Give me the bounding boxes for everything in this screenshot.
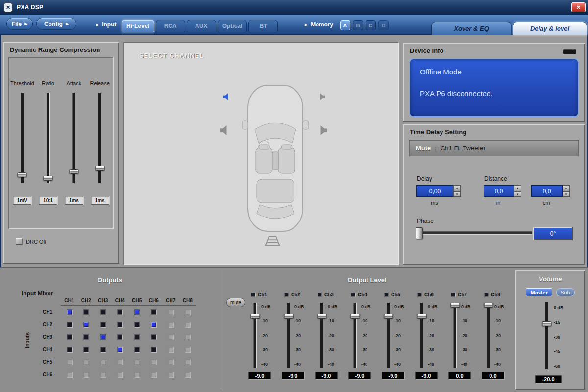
- volume-sub-button[interactable]: Sub: [556, 288, 575, 296]
- tab-delay-level[interactable]: Delay & level: [513, 22, 587, 35]
- mixer-checkbox-off[interactable]: [134, 322, 140, 327]
- status-line-2: PXA P6 disconnected.: [420, 89, 568, 98]
- channel-mute-checkbox[interactable]: [417, 293, 422, 297]
- mixer-checkbox-off[interactable]: [67, 334, 72, 340]
- mixer-checkbox-off[interactable]: [151, 347, 156, 352]
- channel-slider-thumb[interactable]: [417, 314, 426, 318]
- tab-xover-eq[interactable]: Xover & EQ: [431, 22, 512, 35]
- channel-mute-checkbox[interactable]: [284, 293, 289, 297]
- channel-mute-checkbox[interactable]: [384, 293, 389, 297]
- distance-cm-unit-label: cm: [531, 200, 562, 206]
- mixer-checkbox-off[interactable]: [134, 347, 140, 352]
- drc-slider-thumb[interactable]: [18, 172, 27, 177]
- mute-button[interactable]: mute: [226, 298, 245, 307]
- close-button[interactable]: ✕: [571, 2, 586, 12]
- channel-slider-thumb[interactable]: [317, 314, 326, 318]
- mixer-cell: [128, 306, 146, 318]
- mixer-checkbox-off[interactable]: [151, 309, 156, 315]
- speaker-front-right-mid-icon[interactable]: [319, 125, 327, 137]
- mixer-checkbox-on[interactable]: [151, 322, 156, 327]
- mixer-checkbox-off[interactable]: [83, 334, 89, 340]
- volume-slider-thumb[interactable]: [542, 321, 551, 326]
- mixer-checkbox-on[interactable]: [117, 347, 122, 352]
- drc-slider-track[interactable]: [47, 93, 50, 183]
- distance-in-unit-label: in: [484, 200, 513, 206]
- speaker-front-left-mid-icon[interactable]: [220, 125, 228, 137]
- mixer-checkbox-on[interactable]: [100, 334, 106, 340]
- mixer-checkbox-on[interactable]: [67, 309, 72, 315]
- distance-cm-field[interactable]: 0,0: [531, 185, 563, 197]
- spin-down-icon[interactable]: ▼: [453, 191, 461, 197]
- input-tab-bt[interactable]: BT: [248, 20, 278, 32]
- delay-ms-field[interactable]: 0,00: [416, 185, 453, 197]
- spin-up-icon[interactable]: ▲: [453, 185, 461, 191]
- memory-slot-b[interactable]: B: [353, 20, 363, 30]
- channel-slider-track[interactable]: [387, 303, 390, 368]
- spin-up-icon[interactable]: ▲: [563, 185, 570, 191]
- mixer-checkbox-off[interactable]: [151, 334, 156, 340]
- phase-slider-thumb[interactable]: [416, 227, 423, 239]
- channel-mute-checkbox[interactable]: [351, 293, 355, 297]
- memory-slot-c[interactable]: C: [366, 20, 376, 30]
- mute-status-bar[interactable]: Mute : Ch1 FL Tweeter: [409, 140, 579, 156]
- channel-slider-thumb[interactable]: [250, 314, 260, 318]
- channel-slider-thumb[interactable]: [284, 314, 293, 318]
- collapse-icon[interactable]: [564, 50, 576, 54]
- config-menu-button[interactable]: Config ▶: [36, 18, 76, 30]
- volume-slider-track[interactable]: [545, 302, 548, 369]
- mixer-checkbox-off[interactable]: [117, 334, 122, 340]
- drc-off-checkbox[interactable]: [16, 238, 22, 245]
- channel-mute-checkbox[interactable]: [451, 293, 455, 297]
- drc-slider-track[interactable]: [98, 93, 101, 183]
- channel-slider-track[interactable]: [287, 303, 290, 368]
- drc-slider-thumb[interactable]: [95, 166, 104, 171]
- volume-master-button[interactable]: Master: [526, 288, 552, 296]
- drc-slider-thumb[interactable]: [44, 176, 53, 181]
- channel-slider-thumb[interactable]: [384, 314, 393, 318]
- channel-slider-thumb[interactable]: [484, 303, 493, 308]
- channel-slider-track[interactable]: [487, 303, 490, 368]
- speaker-subwoofer-icon[interactable]: [265, 236, 280, 248]
- mixer-checkbox-off[interactable]: [100, 309, 106, 315]
- channel-slider-thumb[interactable]: [350, 314, 360, 318]
- channel-slider-track[interactable]: [353, 303, 357, 368]
- spin-up-icon[interactable]: ▲: [514, 185, 521, 191]
- mixer-checkbox-off[interactable]: [67, 322, 72, 327]
- channel-mute-checkbox[interactable]: [251, 293, 255, 297]
- phase-slider-track[interactable]: [416, 231, 532, 235]
- channel-mute-checkbox[interactable]: [484, 293, 489, 297]
- distance-in-field[interactable]: 0,0: [484, 185, 514, 197]
- drc-slider-track[interactable]: [21, 93, 24, 183]
- spin-down-icon[interactable]: ▼: [563, 191, 570, 197]
- channel-slider-thumb[interactable]: [450, 303, 460, 308]
- input-tab-aux[interactable]: AUX: [187, 20, 216, 32]
- mixer-checkbox-off[interactable]: [117, 322, 122, 327]
- input-tab-rca[interactable]: RCA: [156, 20, 185, 32]
- drc-slider-thumb[interactable]: [69, 169, 78, 174]
- input-tab-hi-level[interactable]: Hi-Level: [122, 20, 154, 32]
- mixer-checkbox-on[interactable]: [83, 322, 89, 327]
- mixer-checkbox-off[interactable]: [67, 347, 72, 352]
- input-tab-optical[interactable]: Optical: [218, 20, 247, 32]
- channel-mute-checkbox[interactable]: [318, 293, 322, 297]
- channel-slider-track[interactable]: [253, 303, 257, 368]
- mixer-checkbox-off[interactable]: [83, 309, 89, 315]
- mixer-checkbox-off[interactable]: [100, 347, 106, 352]
- mixer-checkbox-off[interactable]: [134, 334, 140, 340]
- channel-slider-track[interactable]: [320, 303, 323, 368]
- mixer-checkbox-off[interactable]: [117, 309, 122, 315]
- channel-header: Ch8: [481, 291, 510, 298]
- speaker-front-left-tweeter-icon[interactable]: [223, 93, 229, 102]
- mixer-checkbox-off[interactable]: [100, 322, 106, 327]
- file-menu-button[interactable]: File ▶: [6, 18, 33, 30]
- channel-slider-track[interactable]: [453, 303, 457, 368]
- mixer-checkbox-off[interactable]: [83, 347, 89, 352]
- mixer-checkbox-on[interactable]: [134, 309, 140, 315]
- speaker-front-right-tweeter-icon[interactable]: [319, 93, 325, 102]
- drc-off-toggle[interactable]: DRC Off: [16, 238, 46, 245]
- memory-slot-d[interactable]: D: [378, 20, 389, 30]
- spin-down-icon[interactable]: ▼: [514, 191, 521, 197]
- memory-slot-a[interactable]: A: [340, 20, 350, 30]
- channel-slider-track[interactable]: [420, 303, 423, 368]
- drc-slider-track[interactable]: [72, 93, 75, 183]
